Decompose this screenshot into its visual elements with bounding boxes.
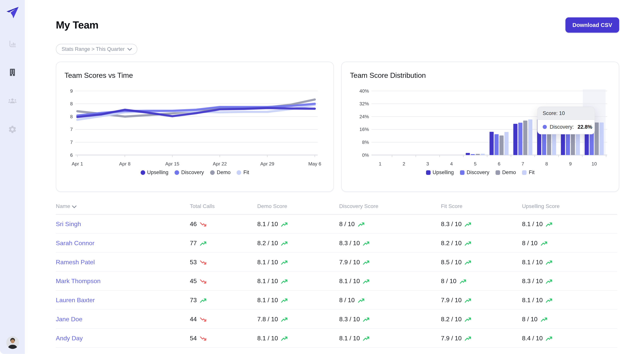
bar-fit-score-6[interactable] bbox=[504, 132, 508, 155]
member-name-link[interactable]: Lauren Baxter bbox=[56, 296, 95, 303]
app-logo-paper-plane-icon[interactable] bbox=[4, 5, 20, 20]
legend-swatch bbox=[237, 170, 242, 175]
column-header-fit[interactable]: Fit Score bbox=[441, 203, 522, 214]
cell-value: 8.1 / 10 bbox=[522, 296, 543, 303]
bar-fit-score-10[interactable] bbox=[600, 122, 604, 155]
column-header-name[interactable]: Name bbox=[56, 203, 190, 214]
member-name-link[interactable]: Sarah Connor bbox=[56, 239, 94, 246]
legend-item-upselling[interactable]: Upselling bbox=[140, 169, 168, 175]
download-csv-button[interactable]: Download CSV bbox=[566, 17, 619, 32]
main-content: My Team Download CSV Stats Range > This … bbox=[25, 0, 644, 354]
bar-upselling-score-5[interactable] bbox=[466, 153, 470, 155]
team-icon bbox=[8, 96, 17, 106]
cell-value: 8.1 / 10 bbox=[339, 277, 360, 284]
sidebar-item-settings[interactable] bbox=[8, 125, 17, 134]
trend-down-icon bbox=[200, 222, 206, 227]
cell-demo: 8.1 / 10 bbox=[257, 328, 339, 348]
sidebar-item-organization[interactable] bbox=[8, 68, 17, 77]
bar-fit-score-7[interactable] bbox=[528, 119, 532, 155]
trend-up-icon bbox=[281, 222, 288, 227]
trend-down-icon bbox=[200, 260, 206, 265]
cell-value: 7.8 / 10 bbox=[257, 316, 278, 323]
member-name-link[interactable]: Jane Doe bbox=[56, 316, 82, 323]
cell-total_calls: 54 bbox=[190, 328, 257, 348]
column-header-upselling[interactable]: Upselling Score bbox=[522, 203, 617, 214]
cell-fit: 8.3 / 10 bbox=[441, 214, 522, 233]
cell-value: 7.9 / 10 bbox=[441, 335, 462, 342]
member-name-link[interactable]: Andy Day bbox=[56, 335, 83, 342]
legend-swatch bbox=[496, 170, 500, 175]
legend-swatch bbox=[426, 170, 430, 175]
column-header-discovery[interactable]: Discovery Score bbox=[339, 203, 441, 214]
gear-icon bbox=[8, 125, 17, 134]
cell-demo: 8.1 / 10 bbox=[257, 291, 339, 310]
stats-range-filter[interactable]: Stats Range > This Quarter bbox=[56, 44, 138, 55]
bar-discovery-score-5[interactable] bbox=[471, 154, 475, 155]
cell-value: 8.1 / 10 bbox=[522, 220, 543, 227]
x-axis-tick: Apr 29 bbox=[260, 161, 274, 166]
y-axis-tick: 24% bbox=[360, 114, 369, 119]
legend-item-fit[interactable]: Fit bbox=[522, 169, 534, 175]
team-scores-line-chart[interactable]: 988776Apr 1Apr 8Apr 15Apr 22Apr 29May 6 bbox=[64, 86, 325, 169]
y-axis-tick: 8% bbox=[362, 140, 369, 145]
column-header-label: Discovery Score bbox=[339, 203, 378, 209]
user-avatar[interactable] bbox=[6, 336, 19, 349]
x-axis-tick: 7 bbox=[522, 161, 524, 166]
bar-chart-title: Team Score Distribution bbox=[350, 71, 619, 80]
legend-item-demo[interactable]: Demo bbox=[210, 169, 230, 175]
cell-value: 8 / 10 bbox=[339, 220, 355, 227]
table-row: Andy Day548.1 / 108.1 / 107.9 / 108.4 / … bbox=[56, 328, 617, 348]
cell-value: 8.2 / 10 bbox=[257, 239, 278, 246]
bar-upselling-score-7[interactable] bbox=[513, 124, 518, 155]
cell-discovery: 8.1 / 10 bbox=[339, 328, 441, 348]
chevron-down-icon bbox=[128, 48, 132, 51]
legend-item-demo[interactable]: Demo bbox=[496, 169, 516, 175]
bar-discovery-score-6[interactable] bbox=[494, 134, 498, 155]
cell-value: 8.3 / 10 bbox=[339, 316, 360, 323]
bar-fit-score-5[interactable] bbox=[480, 154, 485, 155]
bar-demo-score-5[interactable] bbox=[476, 154, 480, 155]
cell-value: 44 bbox=[190, 316, 197, 323]
trend-up-icon bbox=[200, 298, 206, 303]
member-name-link[interactable]: Mark Thompson bbox=[56, 277, 100, 284]
bar-demo-score-7[interactable] bbox=[523, 121, 527, 155]
trend-up-icon bbox=[281, 336, 288, 341]
y-axis-tick: 40% bbox=[360, 88, 369, 94]
legend-item-fit[interactable]: Fit bbox=[237, 169, 249, 175]
legend-swatch bbox=[140, 170, 145, 175]
table-row: Mark Thompson458.1 / 108.1 / 108 / 108.3… bbox=[56, 271, 617, 291]
trend-up-icon bbox=[464, 222, 472, 227]
bar-demo-score-10[interactable] bbox=[595, 122, 599, 155]
cell-demo: 8.1 / 10 bbox=[257, 214, 339, 233]
column-header-total_calls[interactable]: Total Calls bbox=[190, 203, 257, 214]
cell-total_calls: 45 bbox=[190, 271, 257, 291]
legend-item-upselling[interactable]: Upselling bbox=[426, 169, 454, 175]
table-row: Sri Singh468.1 / 108 / 108.3 / 108.1 / 1… bbox=[56, 214, 617, 233]
tooltip-series-label: Discovery: bbox=[550, 124, 574, 130]
legend-swatch bbox=[460, 170, 464, 175]
line-chart-title: Team Scores vs Time bbox=[64, 71, 333, 80]
bar-upselling-score-6[interactable] bbox=[490, 132, 494, 155]
x-axis-tick: 3 bbox=[426, 161, 429, 166]
member-name-link[interactable]: Sri Singh bbox=[56, 220, 81, 227]
legend-item-discovery[interactable]: Discovery bbox=[174, 169, 204, 175]
cell-name: Jane Doe bbox=[56, 310, 190, 329]
cell-upselling: 8.3 / 10 bbox=[522, 271, 617, 291]
column-header-label: Name bbox=[56, 203, 70, 209]
bar-discovery-score-7[interactable] bbox=[518, 123, 522, 155]
trend-up-icon bbox=[546, 298, 552, 303]
legend-item-discovery[interactable]: Discovery bbox=[460, 169, 489, 175]
member-name-link[interactable]: Ramesh Patel bbox=[56, 259, 95, 265]
trend-up-icon bbox=[546, 336, 552, 341]
trend-down-icon bbox=[200, 336, 206, 341]
cell-fit: 8 / 10 bbox=[441, 271, 522, 291]
sidebar-item-team[interactable] bbox=[8, 96, 17, 105]
team-table-section: NameTotal CallsDemo ScoreDiscovery Score… bbox=[56, 203, 619, 348]
legend-label: Discovery bbox=[181, 169, 204, 175]
cell-demo: 8.1 / 10 bbox=[257, 252, 339, 271]
trend-up-icon bbox=[540, 317, 547, 322]
bar-demo-score-6[interactable] bbox=[500, 135, 504, 155]
column-header-demo[interactable]: Demo Score bbox=[257, 203, 339, 214]
sidebar-item-analytics[interactable] bbox=[8, 39, 17, 48]
cell-value: 8.1 / 10 bbox=[257, 335, 278, 342]
